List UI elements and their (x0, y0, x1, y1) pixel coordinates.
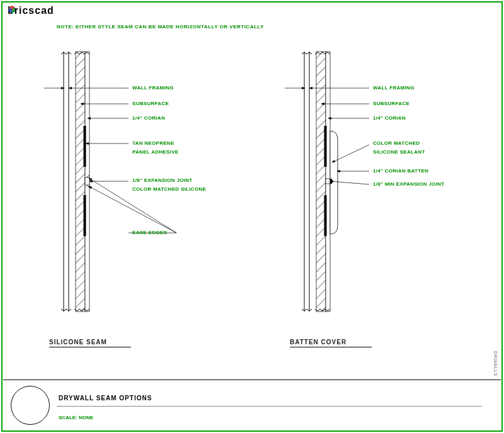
svg-rect-12 (84, 126, 86, 167)
svg-rect-13 (84, 195, 86, 236)
title-block: DRYWALL SEAM OPTIONS SCALE: NONE (3, 380, 501, 430)
batten-cover-detail (285, 52, 369, 312)
label-corian-left: 1/4" CORIAN (132, 115, 165, 121)
label-sealant2-right: SILICONE SEALANT (373, 149, 425, 155)
label-wall-framing-left: WALL FRAMING (132, 85, 174, 91)
label-sealant1-right: COLOR MATCHED (373, 140, 420, 146)
label-subsurface-left: SUBSURFACE (132, 101, 169, 106)
svg-rect-28 (324, 126, 327, 167)
detail-bubble (11, 386, 50, 425)
label-joint1-left: 1/8" EXPANSION JOINT (132, 177, 192, 183)
label-joint2-left: COLOR MATCHED SILICONE (132, 186, 206, 192)
label-subsurface-right: SUBSURFACE (373, 101, 410, 106)
drawing-scale: SCALE: NONE (59, 415, 93, 420)
label-adhesive1-left: TAN NEOPRENE (132, 140, 175, 146)
label-batten-right: 1/4" CORIAN BATTEN (373, 168, 428, 174)
label-corian-right: 1/4" CORIAN (373, 115, 406, 121)
sheet-code: DRWALLS (493, 351, 498, 376)
label-wall-framing-right: WALL FRAMING (373, 85, 415, 91)
svg-rect-25 (316, 52, 326, 312)
svg-line-21 (89, 186, 176, 233)
drawing-title: DRYWALL SEAM OPTIONS (59, 395, 152, 402)
cad-drawing (0, 0, 504, 433)
label-adhesive2-left: PANEL ADHESIVE (132, 149, 178, 155)
section-title-left: SILICONE SEAM (49, 339, 131, 347)
svg-rect-7 (76, 52, 85, 312)
title-divider (57, 406, 482, 407)
label-exp-joint-right: 1/8" MIN EXPANSION JOINT (373, 181, 445, 187)
svg-rect-27 (326, 179, 330, 184)
label-ease-left: EASE EDGES (132, 230, 167, 235)
section-title-right: BATTEN COVER (290, 339, 372, 347)
svg-rect-29 (324, 195, 327, 236)
svg-rect-9 (85, 177, 89, 185)
